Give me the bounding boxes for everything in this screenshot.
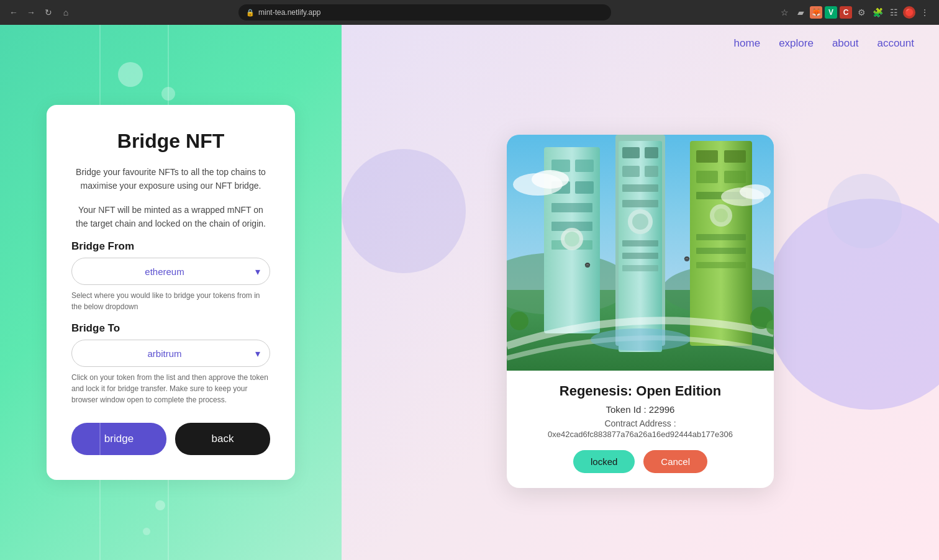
svg-point-44 (591, 328, 690, 351)
svg-rect-19 (645, 166, 658, 177)
nft-image (507, 135, 774, 371)
browser-chrome: ← → ↻ ⌂ 🔒 mint-tea.netlify.app ☆ ▰ 🦊 V C… (0, 0, 939, 25)
nft-token-id: Token Id : 22996 (522, 404, 759, 415)
cancel-button[interactable]: Cancel (643, 450, 707, 473)
nav-account[interactable]: account (877, 37, 914, 50)
nft-card: Regenesis: Open Edition Token Id : 22996… (507, 135, 774, 488)
bookmark-icon[interactable]: ☆ (778, 6, 791, 19)
svg-rect-18 (622, 166, 640, 177)
svg-point-34 (714, 209, 728, 222)
home-button[interactable]: ⌂ (60, 6, 72, 19)
deco-line-1 (99, 25, 101, 560)
bridge-title: Bridge NFT (71, 130, 270, 153)
ext-fox-icon: 🦊 (810, 6, 822, 19)
profile-icon: 🔴 (903, 6, 915, 19)
nav-about[interactable]: about (832, 37, 859, 50)
browser-extensions: ☆ ▰ 🦊 V C ⚙ 🧩 ☷ 🔴 ⋮ (778, 6, 932, 19)
svg-point-41 (532, 170, 569, 189)
svg-rect-6 (575, 160, 594, 172)
ext-c-icon: C (840, 6, 852, 19)
svg-rect-21 (622, 200, 658, 207)
nav-home[interactable]: home (734, 37, 761, 50)
bridge-from-select[interactable]: ethereum polygon arbitrum solana (71, 258, 270, 285)
deco-circle-3 (155, 500, 165, 510)
ext-v-icon: V (825, 6, 837, 19)
svg-rect-16 (622, 147, 640, 158)
bridge-from-label: Bridge From (71, 240, 270, 253)
url-text: mint-tea.netlify.app (258, 8, 321, 17)
lock-icon: 🔒 (246, 9, 255, 17)
nft-artwork-svg (507, 135, 774, 371)
svg-rect-8 (575, 181, 594, 194)
svg-point-13 (565, 232, 579, 246)
svg-point-23 (632, 214, 648, 230)
deco-circle-1 (118, 62, 143, 87)
svg-rect-24 (622, 240, 658, 246)
bridge-desc-2: Your NFT will be minted as a wrapped mNF… (71, 203, 270, 231)
bridge-to-hint: Click on your token from the list and th… (71, 372, 270, 405)
svg-rect-26 (622, 265, 658, 271)
svg-point-45 (510, 312, 528, 330)
bridge-desc-1: Bridge your favourite NFTs to all the to… (71, 165, 270, 193)
nav: home explore about account (342, 25, 939, 62)
svg-rect-29 (724, 150, 746, 163)
nft-title: Regenesis: Open Edition (522, 383, 759, 399)
bridge-to-label: Bridge To (71, 322, 270, 335)
svg-point-43 (740, 184, 771, 199)
bridge-actions: bridge back (71, 423, 270, 455)
grid-icon[interactable]: ☷ (887, 6, 900, 19)
left-panel: Bridge NFT Bridge your favourite NFTs to… (0, 25, 342, 560)
nav-explore[interactable]: explore (779, 37, 814, 50)
locked-button[interactable]: locked (573, 450, 635, 473)
back-button[interactable]: back (175, 423, 270, 455)
settings-icon[interactable]: ⚙ (855, 6, 868, 19)
deco-circle-4 (143, 528, 150, 535)
nft-contract-address: 0xe42cad6fc883877a76a26a16ed92444ab177e3… (522, 430, 759, 439)
forward-button-browser[interactable]: → (25, 6, 37, 19)
svg-rect-5 (551, 160, 570, 172)
deco-line-2 (168, 25, 169, 560)
bridge-button[interactable]: bridge (71, 423, 166, 455)
bridge-to-select[interactable]: arbitrum ethereum polygon solana (71, 340, 270, 367)
svg-rect-35 (696, 234, 746, 240)
back-button-browser[interactable]: ← (7, 6, 20, 19)
nft-card-area: Regenesis: Open Edition Token Id : 22996… (342, 62, 939, 560)
svg-rect-37 (696, 262, 746, 268)
puzzle-icon[interactable]: 🧩 (871, 6, 884, 19)
svg-rect-28 (696, 150, 718, 163)
bridge-from-wrapper: ethereum polygon arbitrum solana (71, 258, 270, 285)
svg-rect-25 (622, 253, 658, 259)
nft-info: Regenesis: Open Edition Token Id : 22996… (507, 371, 774, 488)
bridge-to-wrapper: arbitrum ethereum polygon solana (71, 340, 270, 367)
svg-rect-9 (551, 203, 592, 212)
address-bar[interactable]: 🔒 mint-tea.netlify.app (238, 4, 611, 20)
reload-button[interactable]: ↻ (42, 6, 55, 19)
menu-icon[interactable]: ⋮ (918, 6, 932, 19)
svg-rect-36 (696, 248, 746, 254)
svg-rect-20 (622, 184, 658, 192)
right-panel: home explore about account (342, 25, 939, 560)
bridge-from-hint: Select where you would like to bridge yo… (71, 290, 270, 312)
main-page: Bridge NFT Bridge your favourite NFTs to… (0, 25, 939, 560)
svg-rect-30 (696, 171, 718, 183)
svg-rect-31 (724, 171, 746, 183)
nft-contract-label: Contract Address : (522, 418, 759, 428)
extensions-icon[interactable]: ▰ (794, 6, 807, 19)
bridge-form-card: Bridge NFT Bridge your favourite NFTs to… (47, 105, 295, 481)
svg-rect-17 (645, 147, 658, 158)
nft-actions: locked Cancel (522, 450, 759, 473)
